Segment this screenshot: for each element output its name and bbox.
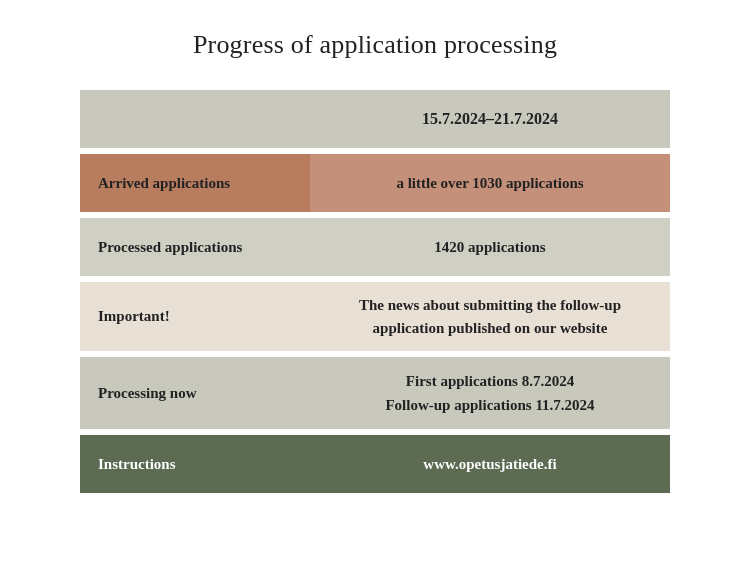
table-row-header: 15.7.2024–21.7.2024	[80, 90, 670, 150]
processing-now-label: Processing now	[80, 357, 310, 429]
arrived-value: a little over 1030 applications	[310, 154, 670, 212]
processed-label: Processed applications	[80, 218, 310, 276]
table-row-processing-now: Processing now First applications 8.7.20…	[80, 357, 670, 431]
page-container: Progress of application processing 15.7.…	[0, 0, 750, 563]
table-row-instructions: Instructions www.opetusjatiede.fi	[80, 435, 670, 495]
instructions-value[interactable]: www.opetusjatiede.fi	[310, 435, 670, 493]
important-value: The news about submitting the follow-up …	[310, 282, 670, 351]
table-row-arrived: Arrived applications a little over 1030 …	[80, 154, 670, 214]
processing-now-value: First applications 8.7.2024Follow-up app…	[310, 357, 670, 429]
page-title: Progress of application processing	[193, 30, 557, 60]
processed-value: 1420 applications	[310, 218, 670, 276]
header-cell-right: 15.7.2024–21.7.2024	[310, 90, 670, 148]
important-label: Important!	[80, 282, 310, 351]
header-cell-left	[80, 90, 310, 148]
table-row-important: Important! The news about submitting the…	[80, 282, 670, 353]
instructions-label: Instructions	[80, 435, 310, 493]
processing-now-text: First applications 8.7.2024Follow-up app…	[385, 369, 594, 417]
table-row-processed: Processed applications 1420 applications	[80, 218, 670, 278]
table-container: 15.7.2024–21.7.2024 Arrived applications…	[80, 90, 670, 495]
arrived-label: Arrived applications	[80, 154, 310, 212]
